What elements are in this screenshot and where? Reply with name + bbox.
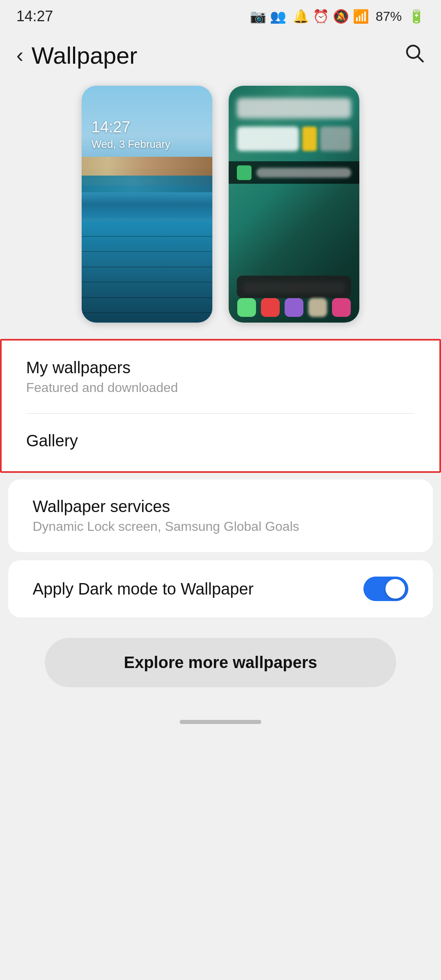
status-icons: 📷 👥 (250, 9, 286, 24)
header-left: ‹ Wallpaper (16, 42, 137, 69)
wallpaper-services-subtitle: Dynamic Lock screen, Samsung Global Goal… (33, 519, 408, 534)
home-bottom-bar (237, 276, 351, 298)
my-wallpapers-title: My wallpapers (26, 359, 415, 377)
lock-screen-preview[interactable]: 14:27 Wed, 3 February (82, 86, 212, 323)
home-dock (237, 298, 351, 317)
dock-icon-2 (261, 298, 280, 317)
home-widget-small (320, 127, 351, 151)
status-bar: 14:27 📷 👥 🔔 ⏰ 🔕 📶 87% 🔋 (0, 0, 441, 33)
header: ‹ Wallpaper (0, 33, 441, 78)
home-widget-white (237, 127, 299, 151)
home-green-square (237, 165, 252, 180)
gallery-title: Gallery (26, 432, 415, 450)
dock-icon-5 (332, 298, 351, 317)
dark-mode-toggle[interactable] (363, 577, 408, 601)
home-screen-bg (229, 86, 359, 323)
home-indicator (0, 712, 441, 736)
dark-mode-section: Apply Dark mode to Wallpaper (8, 560, 433, 617)
page-title: Wallpaper (31, 42, 137, 69)
status-right: 📷 👥 🔔 ⏰ 🔕 📶 87% 🔋 (250, 9, 425, 24)
home-dark-strip (229, 161, 359, 184)
lock-screen-date: Wed, 3 February (91, 138, 170, 151)
section-list: My wallpapers Featured and downloaded Ga… (0, 339, 441, 736)
back-button[interactable]: ‹ (16, 45, 23, 66)
home-notif-bar (237, 98, 351, 118)
lock-pool-graphic (82, 221, 212, 323)
battery-percent: 87% (376, 9, 402, 24)
status-time: 14:27 (16, 8, 53, 25)
toggle-knob (385, 579, 405, 599)
explore-more-button[interactable]: Explore more wallpapers (45, 638, 396, 687)
dark-mode-label: Apply Dark mode to Wallpaper (33, 580, 254, 598)
home-white-pill (256, 168, 351, 178)
dock-icon-3 (285, 298, 303, 317)
my-wallpapers-section: My wallpapers Featured and downloaded Ga… (0, 339, 441, 473)
home-widget-yellow (302, 127, 317, 151)
my-wallpapers-item[interactable]: My wallpapers Featured and downloaded (2, 341, 439, 413)
wallpaper-services-item[interactable]: Wallpaper services Dynamic Lock screen, … (8, 479, 433, 552)
explore-button-wrapper: Explore more wallpapers (0, 630, 441, 712)
wallpaper-services-title: Wallpaper services (33, 497, 408, 516)
home-screen-preview[interactable] (229, 86, 359, 323)
wallpaper-preview-area: 14:27 Wed, 3 February (0, 78, 441, 339)
dock-icon-1 (237, 298, 256, 317)
my-wallpapers-subtitle: Featured and downloaded (26, 380, 415, 395)
dock-icon-4 (308, 298, 327, 317)
lock-screen-bg: 14:27 Wed, 3 February (82, 86, 212, 323)
status-battery: 🔔 ⏰ 🔕 📶 (293, 9, 369, 24)
gallery-item[interactable]: Gallery (2, 414, 439, 471)
wallpaper-services-section[interactable]: Wallpaper services Dynamic Lock screen, … (8, 479, 433, 552)
home-indicator-bar (180, 720, 261, 724)
battery-icon: 🔋 (408, 9, 425, 24)
search-button[interactable] (403, 42, 425, 68)
lock-screen-time: 14:27 (91, 118, 130, 136)
home-widget-row (237, 127, 351, 151)
svg-line-1 (418, 57, 423, 62)
